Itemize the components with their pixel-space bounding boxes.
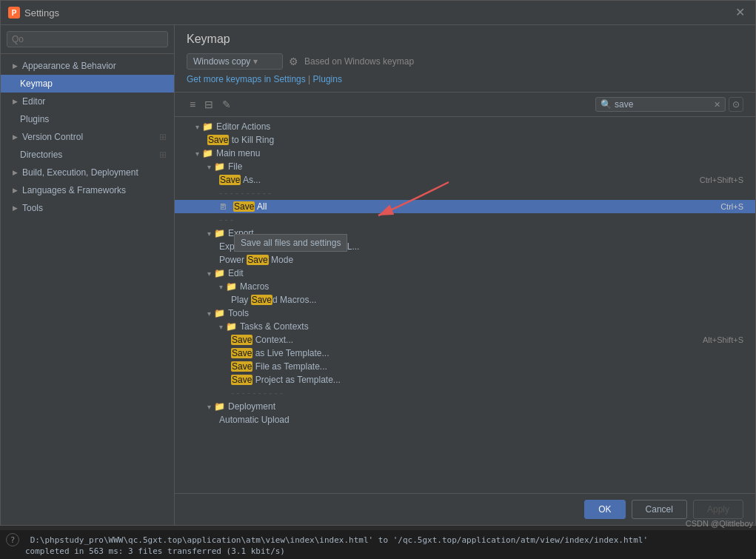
tree-item-export-html[interactable]: Export Files or Selection to HTML... — [175, 240, 755, 253]
edit-binding-button[interactable]: ✎ — [219, 97, 234, 112]
sort-by-first-stroke-button[interactable]: ≡ — [187, 97, 198, 112]
get-more-keymaps-row: Get more keymaps in Settings | Plugins — [187, 74, 743, 84]
sidebar-item-directories[interactable]: Directories ⊞ — [1, 146, 174, 164]
folder-icon-deployment: 📁 — [214, 401, 225, 412]
separator3-label: - - - - - - - - - - — [231, 388, 743, 398]
tree-item-save-file-template[interactable]: Save File as Template... — [175, 360, 755, 373]
power-save-label: Power Save Mode — [219, 255, 743, 265]
status-line1: D:\phpstudy_pro\WWW\qc.5gxt.top\applicat… — [30, 535, 648, 545]
save-project-label: Save Project as Template... — [231, 375, 743, 385]
close-button[interactable]: ✕ — [732, 5, 748, 20]
tree-item-save-as[interactable]: Save As... Ctrl+Shift+S — [175, 173, 755, 187]
save-context-shortcut: Alt+Shift+S — [703, 335, 743, 344]
tree-item-save-context[interactable]: Save Context... Alt+Shift+S — [175, 333, 755, 347]
folder-icon-tools: 📁 — [214, 308, 225, 318]
folder-icon-editor-actions: 📁 — [202, 121, 213, 132]
tree-item-editor-actions[interactable]: ▾ 📁 Editor Actions — [175, 120, 755, 133]
macros-label: Macros — [240, 281, 743, 292]
search-clear-button[interactable]: ✕ — [714, 100, 720, 110]
sidebar-items: ▶ Appearance & Behavior Keymap ▶ Editor … — [1, 54, 174, 525]
tree-item-save-live-template[interactable]: Save as Live Template... — [175, 347, 755, 360]
sidebar-item-plugins[interactable]: Plugins — [1, 110, 174, 128]
chevron-icon-tasks: ▾ — [219, 323, 223, 331]
chevron-icon-macros: ▾ — [219, 283, 223, 291]
tree-item-power-save-mode[interactable]: Power Save Mode — [175, 253, 755, 267]
export-label: Export — [228, 228, 743, 238]
gear-icon[interactable]: ⚙ — [289, 56, 298, 67]
tree-item-deployment[interactable]: ▾ 📁 Deployment — [175, 400, 755, 413]
auto-upload-label: Automatic Upload — [219, 415, 743, 425]
sidebar-item-tools[interactable]: ▶ Tools — [1, 199, 174, 217]
search-icon: 🔍 — [601, 99, 612, 110]
tree-item-auto-upload[interactable]: Automatic Upload — [175, 413, 755, 426]
tree-item-tools[interactable]: ▾ 📁 Tools — [175, 307, 755, 320]
separator2-label: - - - — [219, 215, 743, 225]
tree-item-tasks-contexts[interactable]: ▾ 📁 Tasks & Contexts — [175, 320, 755, 333]
save-context-label: Save Context... — [231, 335, 700, 345]
play-saved-macros-label: Play Saved Macros... — [231, 295, 743, 305]
keymap-search-input[interactable] — [615, 99, 711, 110]
cancel-button[interactable]: Cancel — [632, 500, 687, 519]
folder-icon-file: 📁 — [214, 161, 225, 172]
app-icon: P — [8, 7, 20, 19]
tree-item-save-kill-ring[interactable]: Save to Kill Ring — [175, 133, 755, 147]
terminal-bar: ? D:\phpstudy_pro\WWW\qc.5gxt.top\applic… — [0, 530, 756, 559]
find-usages-button[interactable]: ⊙ — [729, 97, 743, 112]
edit-label: Edit — [228, 268, 743, 278]
sidebar-search-input[interactable] — [7, 31, 168, 47]
save-all-highlight: Save — [233, 201, 255, 212]
save-project-highlight: Save — [231, 375, 252, 385]
folder-icon-edit: 📁 — [214, 268, 225, 278]
chevron-icon-file: ▾ — [207, 163, 211, 171]
apply-button[interactable]: Apply — [693, 500, 743, 519]
save-kill-ring-label: Save to Kill Ring — [207, 135, 743, 145]
chevron-right-icon-2: ▶ — [13, 98, 18, 105]
saved-highlight: Save — [251, 295, 272, 305]
save-highlight: Save — [207, 135, 229, 145]
chevron-icon-export: ▾ — [207, 230, 211, 238]
tree-item-edit[interactable]: ▾ 📁 Edit — [175, 267, 755, 280]
tasks-label: Tasks & Contexts — [240, 321, 743, 332]
keymap-controls-row: Windows copy ▾ ⚙ Based on Windows keymap — [187, 53, 743, 70]
sidebar-item-editor[interactable]: ▶ Editor — [1, 93, 174, 110]
keymap-tree[interactable]: ▾ 📁 Editor Actions Save to Kill Ring ▾ 📁 — [175, 117, 755, 493]
save-all-shortcut: Ctrl+S — [720, 202, 743, 211]
sidebar-item-languages[interactable]: ▶ Languages & Frameworks — [1, 181, 174, 199]
status-line2: completed in 563 ms: 3 files transferred… — [6, 546, 285, 556]
file-label: File — [228, 161, 743, 172]
sort-by-second-stroke-button[interactable]: ⊟ — [201, 97, 216, 112]
chevron-icon-editor-actions: ▾ — [195, 123, 199, 131]
keymap-header: Keymap Windows copy ▾ ⚙ Based on Windows… — [175, 25, 755, 93]
get-more-keymaps-link[interactable]: Get more keymaps in Settings — [187, 74, 306, 84]
save-live-label: Save as Live Template... — [231, 348, 743, 358]
chevron-right-icon-5: ▶ — [13, 187, 18, 194]
chevron-right-icon-6: ▶ — [13, 204, 18, 212]
keymap-scheme-select[interactable]: Windows copy ▾ — [187, 53, 283, 70]
tree-item-file[interactable]: ▾ 📁 File — [175, 160, 755, 173]
tree-item-save-all[interactable]: 🖹 Save All Ctrl+S — [175, 200, 755, 213]
tree-item-export[interactable]: ▾ 📁 Export — [175, 227, 755, 240]
tree-item-macros[interactable]: ▾ 📁 Macros — [175, 280, 755, 293]
main-menu-label: Main menu — [216, 148, 743, 158]
ok-button[interactable]: OK — [584, 500, 625, 519]
save-file-template-label: Save File as Template... — [231, 361, 743, 372]
sidebar: ▶ Appearance & Behavior Keymap ▶ Editor … — [1, 25, 175, 525]
settings-dialog: P Settings ✕ ▶ Appearance & Behavior Key… — [0, 0, 756, 526]
title-bar: P Settings ✕ — [1, 1, 755, 25]
dir-icon: ⊞ — [159, 150, 167, 160]
sidebar-item-build[interactable]: ▶ Build, Execution, Deployment — [1, 164, 174, 181]
tree-item-play-saved-macros[interactable]: Play Saved Macros... — [175, 293, 755, 307]
csdn-watermark: CSDN @Qlittleboy — [686, 519, 753, 528]
plugins-link[interactable]: Plugins — [313, 74, 342, 84]
tree-scroll-container: ▾ 📁 Editor Actions Save to Kill Ring ▾ 📁 — [175, 117, 755, 429]
tree-item-separator3: - - - - - - - - - - — [175, 386, 755, 400]
tree-item-save-project-template[interactable]: Save Project as Template... — [175, 373, 755, 386]
tree-item-main-menu[interactable]: ▾ 📁 Main menu — [175, 147, 755, 160]
sidebar-item-appearance[interactable]: ▶ Appearance & Behavior — [1, 57, 174, 75]
sidebar-item-version-control[interactable]: ▶ Version Control ⊞ — [1, 128, 174, 146]
export-html-label: Export Files or Selection to HTML... — [219, 241, 743, 252]
sidebar-item-keymap[interactable]: Keymap — [1, 75, 174, 93]
tree-item-separator2: - - - — [175, 213, 755, 227]
save-mode-highlight: Save — [247, 255, 268, 265]
help-button[interactable]: ? — [6, 533, 19, 546]
